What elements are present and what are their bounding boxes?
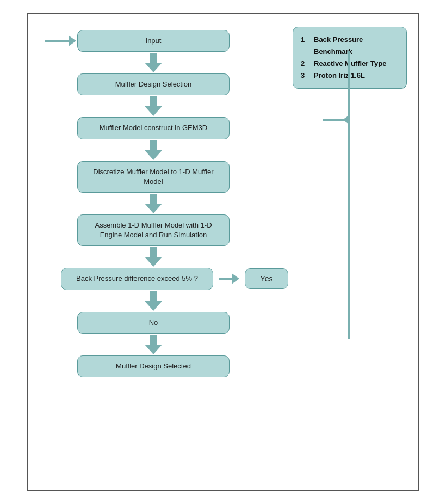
feedback-vertical-line — [348, 51, 350, 339]
muffler-design-selected-box: Muffler Design Selected — [77, 355, 230, 377]
arrow-down-7 — [145, 335, 162, 354]
back-pressure-box: Back Pressure difference exceed 5% ? — [61, 268, 213, 290]
arrow-to-input — [45, 35, 77, 46]
muffler-design-selection-box: Muffler Design Selection — [77, 73, 230, 95]
no-box: No — [77, 312, 230, 334]
flow-column: Input Muffler Design Selection Muffler M… — [61, 30, 246, 377]
input-box: Input — [77, 30, 230, 52]
arrow-down-3 — [145, 140, 162, 160]
arrow-down-5 — [145, 247, 162, 267]
discretize-muffler-box: Discretize Muffler Model to 1-D Muffler … — [77, 161, 230, 193]
arrow-down-1 — [145, 53, 162, 72]
diagram-container: 1 Back Pressure Benchmark 2 Reactive Muf… — [27, 13, 419, 491]
assemble-model-box: Assemble 1-D Muffler Model with 1-D Engi… — [77, 214, 230, 246]
feedback-horizontal-arrow — [323, 119, 350, 121]
arrow-down-4 — [145, 194, 162, 213]
muffler-model-construct-box: Muffler Model construct in GEM3D — [77, 117, 230, 139]
back-pressure-row: Back Pressure difference exceed 5% ? Yes — [61, 268, 246, 290]
arrow-down-6 — [145, 291, 162, 311]
yes-box: Yes — [245, 268, 288, 289]
arrow-down-2 — [145, 96, 162, 116]
arrow-right-yes — [219, 273, 239, 284]
